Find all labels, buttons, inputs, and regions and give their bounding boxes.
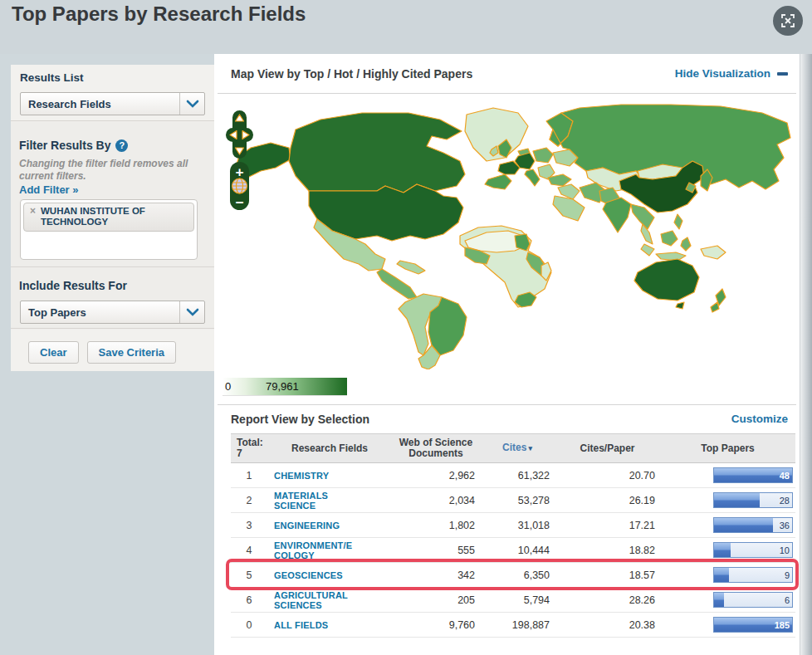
filter-section: Filter Results By? Changing the filter f…: [11, 122, 214, 267]
zoom-in-icon: +: [236, 164, 244, 180]
field-link[interactable]: AGRICULTURAL SCIENCES: [274, 590, 354, 610]
results-list-selected: Research Fields: [21, 98, 179, 110]
world-map[interactable]: + −: [223, 98, 797, 369]
cites-per-paper-cell: 26.19: [555, 495, 660, 506]
filter-by-label: Filter Results By: [19, 139, 110, 152]
field-link[interactable]: CHEMISTRY: [274, 471, 354, 481]
table-row: 3 ENGINEERING 1,802 31,018 17.21 36: [231, 513, 795, 538]
results-table: Total: 7 Research Fields Web of Science …: [231, 433, 795, 638]
cites-per-paper-cell: 28.26: [555, 594, 660, 606]
field-link[interactable]: ALL FIELDS: [274, 620, 354, 630]
table-row: 0 ALL FIELDS 9,760 198,887 20.38 185: [231, 613, 795, 638]
esi-page: Top Papers by Research Fields Results Li…: [0, 0, 812, 655]
include-results-label: Include Results For: [19, 279, 127, 292]
cites-cell: 53,278: [480, 495, 555, 506]
legend-min-value: 0: [225, 380, 231, 393]
rank-cell: 1: [231, 470, 267, 481]
results-list-section: Results List Research Fields: [11, 65, 214, 121]
hide-visualization-label: Hide Visualization: [675, 67, 770, 80]
docs-cell: 205: [392, 594, 480, 606]
country-indonesia: [656, 252, 686, 261]
column-header-wos-documents[interactable]: Web of Science Documents: [392, 437, 480, 459]
cites-per-paper-cell: 18.57: [555, 569, 660, 581]
cites-cell: 31,018: [480, 520, 555, 531]
actions-section: Clear Save Criteria: [11, 330, 214, 371]
cites-per-paper-cell: 18.82: [555, 545, 660, 556]
cites-per-paper-cell: 20.38: [555, 619, 660, 631]
region-sumatra: [641, 244, 654, 256]
table-row-highlighted: 5 GEOSCIENCES 342 6,350 18.57 9: [231, 563, 795, 588]
docs-cell: 2,962: [392, 470, 480, 481]
table-row: 4 ENVIRONMENT/ECOLOGY 555 10,444 18.82 1…: [231, 538, 795, 563]
top-papers-bar: 10: [713, 542, 793, 558]
filter-chip-label: WUHAN INSTITUTE OF TECHNOLOGY: [41, 206, 188, 227]
rank-cell: 5: [231, 569, 267, 581]
field-link[interactable]: GEOSCIENCES: [274, 570, 354, 580]
country-cuba: [397, 261, 425, 274]
include-results-section: Include Results For Top Papers: [11, 268, 214, 329]
field-link[interactable]: ENGINEERING: [274, 521, 354, 530]
map-zoom-control[interactable]: + −: [230, 162, 249, 210]
region-tasmania: [676, 302, 684, 309]
cites-cell: 198,887: [480, 619, 555, 631]
filter-chip[interactable]: × WUHAN INSTITUTE OF TECHNOLOGY: [23, 203, 194, 232]
total-count: Total: 7: [231, 437, 267, 459]
region-central-america: [377, 269, 417, 299]
country-spain: [485, 174, 511, 189]
field-link[interactable]: ENVIRONMENT/ECOLOGY: [274, 540, 354, 560]
cites-cell: 6,350: [480, 569, 555, 581]
clear-button[interactable]: Clear: [28, 341, 79, 364]
rank-cell: 2: [231, 495, 267, 506]
hide-visualization-link[interactable]: Hide Visualization: [675, 67, 788, 80]
rank-cell: 4: [231, 545, 267, 556]
column-header-cites-per-paper[interactable]: Cites/Paper: [555, 443, 660, 454]
cites-cell: 5,794: [480, 594, 555, 606]
country-new-zealand-south: [711, 302, 719, 312]
country-poland: [533, 148, 553, 163]
sidebar: Results List Research Fields Filter Resu…: [11, 65, 214, 371]
docs-cell: 9,760: [392, 619, 480, 631]
add-filter-link[interactable]: Add Filter »: [19, 183, 79, 196]
country-philippines: [674, 214, 682, 229]
include-results-selected: Top Papers: [21, 306, 179, 319]
main-panel: Map View by Top / Hot / Highly Cited Pap…: [214, 54, 800, 655]
column-header-research-fields[interactable]: Research Fields: [267, 443, 392, 454]
results-list-dropdown[interactable]: Research Fields: [20, 92, 205, 115]
rank-cell: 6: [231, 594, 267, 606]
field-link[interactable]: MATERIALS SCIENCE: [274, 491, 354, 511]
fullscreen-button[interactable]: [773, 6, 803, 36]
save-criteria-button[interactable]: Save Criteria: [87, 341, 177, 364]
rank-cell: 3: [231, 520, 267, 531]
region-sulawesi: [681, 237, 691, 251]
top-papers-bar: 185: [713, 617, 793, 633]
remove-filter-icon[interactable]: ×: [30, 206, 36, 227]
country-canada: [289, 113, 465, 193]
divider: [218, 404, 796, 405]
chevron-down-icon: [179, 93, 204, 115]
map-legend: 0 79,961: [223, 378, 347, 396]
expand-icon: [780, 12, 796, 29]
top-papers-bar: 6: [713, 592, 793, 608]
cites-per-paper-cell: 17.21: [555, 520, 660, 531]
vertical-scrollbar[interactable]: [800, 54, 812, 655]
app-header: Top Papers by Research Fields: [0, 0, 812, 54]
column-header-top-papers[interactable]: Top Papers: [660, 443, 795, 454]
table-row: 6 AGRICULTURAL SCIENCES 205 5,794 28.26 …: [231, 588, 795, 613]
region-borneo: [661, 231, 677, 246]
include-results-dropdown[interactable]: Top Papers: [20, 301, 205, 324]
rank-cell: 0: [231, 619, 267, 631]
column-header-cites[interactable]: Cites▾: [480, 442, 555, 454]
country-australia: [634, 259, 699, 301]
top-papers-bar: 48: [713, 467, 793, 483]
collapse-icon: [777, 72, 788, 76]
page-title: Top Papers by Research Fields: [12, 2, 306, 26]
sort-desc-icon: ▾: [528, 444, 532, 452]
table-header-row: Total: 7 Research Fields Web of Science …: [231, 433, 795, 463]
country-italy: [525, 169, 540, 186]
customize-link[interactable]: Customize: [731, 413, 788, 425]
top-papers-bar: 9: [713, 567, 793, 583]
active-filters-box: × WUHAN INSTITUTE OF TECHNOLOGY: [20, 199, 198, 260]
legend-max-value: 79,961: [266, 380, 299, 393]
country-saudi-arabia: [553, 196, 585, 221]
help-icon[interactable]: ?: [115, 139, 128, 152]
